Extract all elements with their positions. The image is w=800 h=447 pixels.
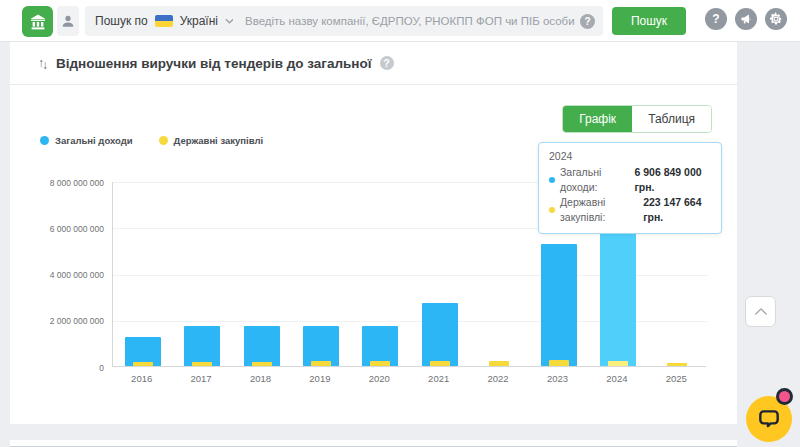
tooltip-label-procurement: Державні закупівлі: <box>560 195 638 225</box>
settings-button[interactable] <box>765 8 787 30</box>
view-tabs: Графік Таблиця <box>562 105 712 133</box>
tab-table[interactable]: Таблиця <box>632 106 711 132</box>
user-button[interactable] <box>57 6 79 36</box>
page: Пошук по Україні Введіть назву компанії,… <box>0 0 800 447</box>
scope-label: Пошук по <box>95 14 148 28</box>
bar-2025-procurement[interactable] <box>667 363 687 366</box>
announcements-button[interactable] <box>735 8 757 30</box>
search-help-icon[interactable]: ? <box>580 14 595 29</box>
y-tick-label: 2 000 000 000 <box>10 316 104 326</box>
legend-dot-income <box>40 136 49 145</box>
gear-icon <box>769 12 783 26</box>
bar-2023-income[interactable] <box>541 244 577 366</box>
legend-label-procurement: Державні закупівлі <box>174 135 264 146</box>
search-placeholder: Введіть назву компанії, ЄДРПОУ, РНОКПП Ф… <box>245 15 580 27</box>
bar-2018-procurement[interactable] <box>252 362 272 366</box>
bar-2023-procurement[interactable] <box>549 360 569 366</box>
x-tick-label: 2017 <box>176 373 226 384</box>
chart-tooltip: 2024 Загальні доходи: 6 906 849 000 грн.… <box>538 142 722 234</box>
question-icon: ? <box>712 12 719 26</box>
bar-2020-procurement[interactable] <box>370 361 390 366</box>
chat-bubble-icon <box>756 406 782 432</box>
sort-icon[interactable]: ↑↓ <box>38 56 46 70</box>
tooltip-dot-income <box>549 177 555 183</box>
bar-2018-income[interactable] <box>244 326 280 366</box>
home-button[interactable] <box>22 6 53 37</box>
bar-2016-procurement[interactable] <box>133 362 153 366</box>
x-tick-label: 2024 <box>592 373 642 384</box>
x-axis-labels: 2016201720182019202020212022202320242025 <box>112 373 706 387</box>
x-tick-label: 2020 <box>354 373 404 384</box>
analytics-card: ↑↓ Відношення виручки від тендерів до за… <box>10 42 737 424</box>
bar-2021-income[interactable] <box>422 303 458 366</box>
x-tick-label: 2025 <box>651 373 701 384</box>
tooltip-row-procurement: Державні закупівлі: 223 147 664 грн. <box>549 195 711 225</box>
bar-2017-procurement[interactable] <box>192 362 212 366</box>
y-tick-label: 8 000 000 000 <box>10 178 104 188</box>
x-tick-label: 2019 <box>295 373 345 384</box>
bar-2024-procurement[interactable] <box>608 361 628 366</box>
page-title: Відношення виручки від тендерів до загал… <box>56 56 372 71</box>
search-input[interactable]: Введіть назву компанії, ЄДРПОУ, РНОКПП Ф… <box>233 6 603 36</box>
chart-section: Графік Таблиця Загальні доходи Державні … <box>10 85 737 423</box>
tooltip-row-income: Загальні доходи: 6 906 849 000 грн. <box>549 165 711 195</box>
bar-2019-procurement[interactable] <box>311 361 331 366</box>
y-tick-label: 4 000 000 000 <box>10 270 104 280</box>
chart-legend: Загальні доходи Державні закупівлі <box>40 135 263 146</box>
title-help-icon[interactable]: ? <box>380 56 394 70</box>
bar-2020-income[interactable] <box>362 326 398 366</box>
y-tick-label: 6 000 000 000 <box>10 224 104 234</box>
tooltip-dot-procurement <box>549 207 555 213</box>
search-button[interactable]: Пошук <box>612 7 686 35</box>
x-tick-label: 2023 <box>533 373 583 384</box>
help-button[interactable]: ? <box>705 8 727 30</box>
legend-item-procurement[interactable]: Державні закупівлі <box>159 135 264 146</box>
tooltip-value-income: 6 906 849 000 грн. <box>634 165 711 195</box>
bar-2022-procurement[interactable] <box>489 361 509 366</box>
ukraine-flag-icon <box>155 15 173 27</box>
top-toolbar: Пошук по Україні Введіть назву компанії,… <box>0 0 800 42</box>
x-tick-label: 2018 <box>236 373 286 384</box>
chevron-up-icon <box>754 307 768 316</box>
megaphone-icon <box>740 13 752 25</box>
chat-notification-badge <box>776 388 793 405</box>
x-tick-label: 2021 <box>414 373 464 384</box>
y-tick-label: 0 <box>10 363 104 373</box>
tooltip-label-income: Загальні доходи: <box>560 165 629 195</box>
tooltip-year: 2024 <box>549 150 711 162</box>
section-title-row: ↑↓ Відношення виручки від тендерів до за… <box>10 42 737 85</box>
legend-item-income[interactable]: Загальні доходи <box>40 135 133 146</box>
person-icon <box>61 14 75 28</box>
scroll-to-top-button[interactable] <box>745 296 776 327</box>
tab-chart[interactable]: Графік <box>563 106 632 132</box>
x-tick-label: 2022 <box>473 373 523 384</box>
legend-dot-procurement <box>159 136 168 145</box>
scope-value: Україні <box>180 14 218 28</box>
bar-2017-income[interactable] <box>184 326 220 366</box>
bank-icon <box>29 13 47 31</box>
bar-2021-procurement[interactable] <box>430 361 450 366</box>
next-section-strip <box>10 440 737 447</box>
search-scope-select[interactable]: Пошук по Україні <box>85 6 244 36</box>
legend-label-income: Загальні доходи <box>55 135 133 146</box>
tooltip-value-procurement: 223 147 664 грн. <box>643 195 711 225</box>
x-tick-label: 2016 <box>117 373 167 384</box>
